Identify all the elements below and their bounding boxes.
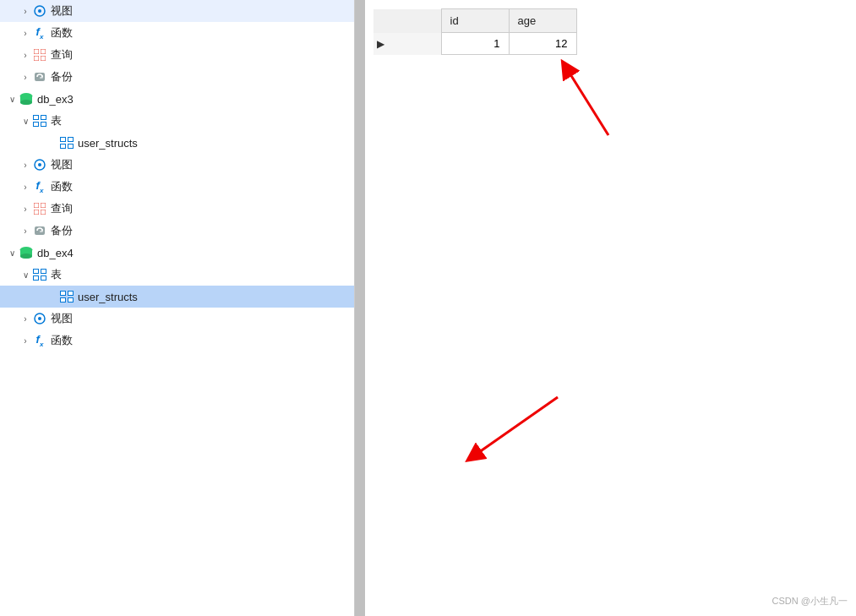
sidebar-item-label: 函数 (51, 25, 73, 41)
sidebar-item-label: 函数 (51, 179, 73, 194)
arrow-icon: › (19, 180, 32, 194)
sidebar-item-func-2[interactable]: › fx 函数 (0, 176, 354, 198)
view-icon (32, 157, 47, 172)
arrow-icon: › (19, 202, 32, 215)
arrow-icon: › (19, 224, 32, 237)
annotation-arrow-upper (507, 42, 659, 144)
arrow-icon: ∨ (19, 268, 32, 281)
main-content: id age ▶ 1 12 (355, 0, 856, 616)
sidebar-item-label: db_ex3 (37, 93, 74, 106)
svg-rect-46 (34, 270, 38, 273)
sidebar-item-label: db_ex4 (37, 247, 74, 259)
column-header-age: age (509, 9, 576, 33)
sidebar-item-db-ex4[interactable]: ∨ db_ex4 (0, 242, 354, 264)
svg-point-12 (20, 100, 32, 105)
table-icon (59, 135, 74, 150)
sidebar-item-query-2[interactable]: › 查询 (0, 198, 354, 220)
table-group-icon (32, 113, 47, 128)
func-icon: fx (32, 333, 47, 348)
svg-rect-57 (68, 298, 73, 302)
view-icon (32, 311, 47, 326)
svg-rect-35 (35, 204, 39, 208)
row-indicator: ▶ (377, 38, 384, 50)
svg-rect-26 (68, 138, 73, 141)
sidebar-item-label: 视图 (51, 157, 73, 172)
sidebar-item-label: 查询 (51, 47, 73, 63)
sidebar-item-table-group-2[interactable]: ∨ 表 (0, 264, 354, 286)
table-icon (59, 289, 74, 304)
sidebar-item-label: user_structs (78, 291, 138, 303)
sidebar-item-label: 函数 (51, 333, 73, 348)
arrow-icon: › (19, 70, 32, 84)
svg-rect-20 (41, 123, 46, 126)
svg-rect-9 (41, 57, 46, 61)
sidebar-item-view-3[interactable]: › 视图 (0, 308, 354, 330)
svg-rect-49 (41, 276, 46, 280)
svg-rect-38 (41, 210, 46, 215)
svg-rect-47 (41, 270, 46, 273)
sidebar-item-db-ex3[interactable]: ∨ db_ex3 (0, 88, 354, 110)
arrow-icon: › (19, 312, 32, 325)
svg-line-63 (473, 397, 558, 456)
db-icon (19, 91, 34, 106)
sidebar-item-backup-1[interactable]: › 备份 (0, 66, 354, 88)
svg-line-61 (566, 68, 608, 135)
sidebar-item-user-structs-1[interactable]: › user_structs (0, 132, 354, 154)
table-group-icon (32, 267, 47, 282)
svg-rect-28 (68, 144, 73, 148)
svg-point-41 (20, 253, 32, 259)
annotation-arrow-lower (448, 389, 600, 490)
svg-point-30 (38, 163, 41, 166)
query-icon (32, 47, 47, 63)
sidebar-item-label: 备份 (51, 69, 73, 84)
arrow-icon: › (19, 4, 32, 18)
sidebar-item-label: 表 (51, 267, 62, 282)
svg-rect-25 (61, 138, 65, 141)
sidebar-item-view-1[interactable]: › 视图 (0, 0, 354, 22)
svg-rect-56 (61, 298, 65, 302)
func-icon: fx (32, 179, 47, 194)
sidebar-item-func-3[interactable]: › fx 函数 (0, 330, 354, 352)
arrow-icon: › (19, 334, 32, 347)
sidebar-item-backup-2[interactable]: › 备份 (0, 220, 354, 242)
svg-rect-55 (68, 292, 73, 295)
sidebar-item-label: 表 (51, 113, 62, 128)
svg-rect-6 (35, 50, 39, 54)
svg-point-59 (38, 317, 41, 320)
query-icon (32, 201, 47, 216)
backup-icon (32, 223, 47, 238)
cell-id: 1 (441, 33, 509, 55)
func-icon: fx (32, 25, 47, 41)
svg-rect-54 (61, 292, 65, 295)
svg-rect-36 (41, 204, 46, 208)
svg-rect-48 (34, 276, 38, 280)
sidebar-item-label: 视图 (51, 3, 73, 19)
vertical-scrollbar[interactable] (355, 0, 365, 616)
sidebar-item-view-2[interactable]: › 视图 (0, 154, 354, 176)
db-icon (19, 245, 34, 260)
backup-icon (32, 69, 47, 84)
sidebar-item-user-structs-2[interactable]: › user_structs (0, 286, 354, 308)
svg-rect-7 (41, 50, 46, 54)
svg-point-1 (38, 9, 41, 13)
column-header-id: id (441, 9, 509, 33)
sidebar-item-label: 视图 (51, 311, 73, 326)
watermark: CSDN @小生凡一 (772, 595, 848, 608)
view-icon (32, 3, 47, 19)
sidebar-item-label: user_structs (78, 137, 138, 150)
sidebar-item-func-1[interactable]: › fx 函数 (0, 22, 354, 44)
sidebar-item-table-group-1[interactable]: ∨ 表 (0, 110, 354, 132)
arrow-icon: ∨ (19, 114, 32, 128)
svg-rect-27 (61, 144, 65, 148)
sidebar-item-query-1[interactable]: › 查询 (0, 44, 354, 66)
sidebar-item-label: 备份 (51, 223, 73, 238)
arrow-icon: › (19, 26, 32, 40)
arrow-icon: ∨ (5, 246, 19, 259)
sidebar: › 视图 › fx 函数 › 查询 (0, 0, 355, 616)
arrow-icon: ∨ (5, 92, 19, 106)
svg-rect-19 (34, 123, 38, 126)
svg-rect-8 (35, 57, 39, 61)
arrow-icon: › (19, 158, 32, 172)
svg-rect-18 (41, 116, 46, 119)
arrow-icon: › (19, 48, 32, 62)
